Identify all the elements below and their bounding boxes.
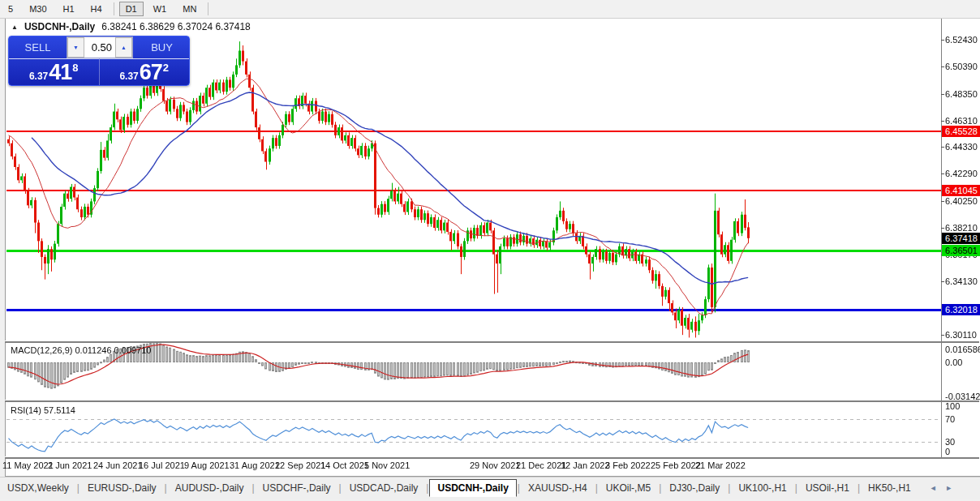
lot-size-control: ▼ ▲ bbox=[67, 36, 133, 58]
tab-separator: | bbox=[728, 482, 730, 494]
tab-separator: | bbox=[339, 482, 342, 494]
tab-ukoil-m5[interactable]: UKOil-,M5 bbox=[599, 480, 658, 496]
tab-hk50-h1[interactable]: HK50-,H1 bbox=[861, 480, 918, 496]
timeframe-button-h1[interactable]: H1 bbox=[57, 2, 81, 16]
timeframe-button-m30[interactable]: M30 bbox=[23, 2, 53, 16]
tab-scroll-arrows[interactable]: ◄ ► bbox=[930, 484, 956, 492]
ohlc-values: 6.38241 6.38629 6.37024 6.37418 bbox=[101, 21, 251, 32]
chart-header: ▲ USDCNH-,Daily 6.38241 6.38629 6.37024 … bbox=[11, 21, 251, 32]
tab-separator: | bbox=[659, 482, 661, 494]
sell-price-prefix: 6.37 bbox=[29, 71, 48, 82]
timeframe-button-5[interactable]: 5 bbox=[2, 2, 19, 16]
tab-usoil-h1[interactable]: USOil-,H1 bbox=[798, 480, 857, 496]
tab-usdchf-daily[interactable]: USDCHF-,Daily bbox=[256, 480, 338, 496]
toolbar-separator bbox=[208, 2, 208, 15]
tab-separator: | bbox=[858, 482, 860, 494]
sell-button[interactable]: SELL bbox=[9, 36, 67, 58]
tab-separator: | bbox=[77, 482, 80, 494]
symbol-tab-bar: USDX,Weekly|EURUSD-,Daily|AUDUSD-,Daily|… bbox=[0, 477, 980, 499]
tab-separator: | bbox=[595, 482, 598, 494]
buy-button[interactable]: BUY bbox=[133, 36, 190, 58]
trade-widget-price-row: 6.37 41 8 6.37 67 2 bbox=[9, 58, 189, 85]
tab-uk100-h1[interactable]: UK100-,H1 bbox=[731, 480, 793, 496]
timeframe-button-w1[interactable]: W1 bbox=[147, 2, 174, 16]
sell-price-box[interactable]: 6.37 41 8 bbox=[9, 58, 99, 85]
lot-decrease-button[interactable]: ▼ bbox=[67, 37, 84, 58]
one-click-trade-widget: SELL ▼ ▲ BUY 6.37 41 8 6.37 67 2 bbox=[8, 36, 190, 86]
tab-separator: | bbox=[251, 482, 254, 494]
tab-xauusd-h4[interactable]: XAUUSD-,H4 bbox=[521, 480, 595, 496]
timeframe-toolbar: 5M30H1H4D1W1MN bbox=[0, 0, 980, 19]
timeframe-button-h4[interactable]: H4 bbox=[84, 2, 109, 16]
collapse-triangle-icon[interactable]: ▲ bbox=[11, 24, 18, 31]
timeframe-button-d1[interactable]: D1 bbox=[119, 2, 144, 16]
buy-price-prefix: 6.37 bbox=[119, 71, 138, 82]
tab-audusd-daily[interactable]: AUDUSD-,Daily bbox=[168, 480, 251, 496]
toolbar-separator bbox=[114, 2, 114, 15]
sell-price-point: 8 bbox=[72, 62, 78, 74]
lot-size-input[interactable] bbox=[84, 37, 115, 58]
tab-usdx-weekly[interactable]: USDX,Weekly bbox=[0, 480, 76, 496]
timeframe-button-mn[interactable]: MN bbox=[176, 2, 203, 16]
buy-price-pips: 67 bbox=[140, 62, 162, 84]
tab-usdcad-daily[interactable]: USDCAD-,Daily bbox=[342, 480, 426, 496]
lot-increase-button[interactable]: ▲ bbox=[115, 37, 132, 58]
tab-separator: | bbox=[165, 482, 167, 494]
tab-dj30-daily[interactable]: DJ30-,Daily bbox=[662, 480, 727, 496]
sell-price-pips: 41 bbox=[49, 62, 71, 84]
trade-widget-top-row: SELL ▼ ▲ BUY bbox=[9, 36, 189, 58]
buy-price-point: 2 bbox=[163, 62, 169, 74]
buy-price-box[interactable]: 6.37 67 2 bbox=[99, 58, 190, 85]
tab-usdcnh-daily[interactable]: USDCNH-,Daily bbox=[429, 479, 516, 497]
symbol-period-label: USDCNH-,Daily bbox=[24, 21, 95, 32]
tab-separator: | bbox=[518, 482, 520, 494]
tab-separator: | bbox=[426, 482, 428, 494]
tab-eurusd-daily[interactable]: EURUSD-,Daily bbox=[80, 480, 164, 496]
tab-separator: | bbox=[795, 482, 797, 494]
